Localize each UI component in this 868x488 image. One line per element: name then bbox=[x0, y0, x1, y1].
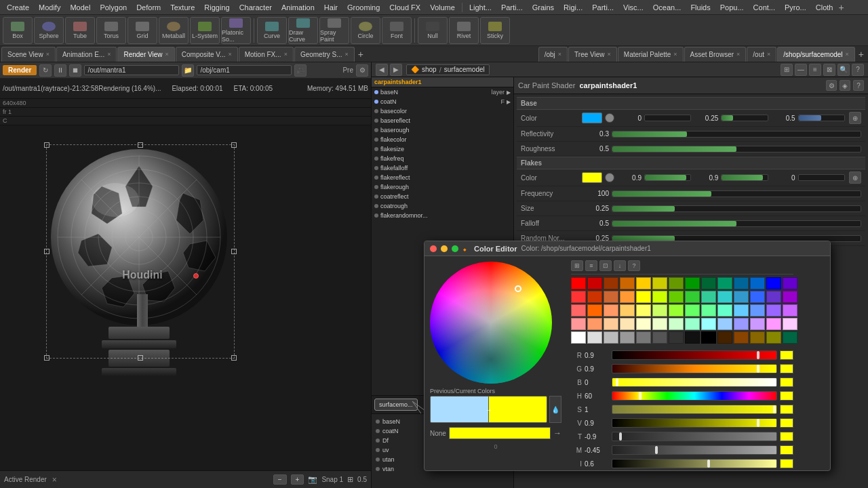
swatch-cell-52[interactable] bbox=[734, 318, 749, 330]
render-icon-stop[interactable]: ⏹ bbox=[69, 64, 81, 77]
base-roughness-slider[interactable] bbox=[612, 146, 861, 152]
swatch-cell-10[interactable] bbox=[734, 277, 749, 289]
swatch-cell-33[interactable] bbox=[652, 304, 667, 317]
swatch-cell-8[interactable] bbox=[701, 277, 716, 289]
swatch-cell-23[interactable] bbox=[717, 291, 732, 303]
base-r-slider[interactable] bbox=[644, 115, 691, 121]
slider-h-track[interactable] bbox=[612, 391, 777, 401]
swatch-cell-25[interactable] bbox=[750, 291, 765, 303]
swatch-cell-46[interactable] bbox=[636, 318, 651, 330]
menu-model[interactable]: Model bbox=[66, 2, 94, 13]
menu-grooming[interactable]: Grooming bbox=[343, 2, 384, 13]
base-color-extra[interactable]: ⊕ bbox=[849, 112, 861, 124]
slider-r-track[interactable] bbox=[612, 350, 777, 360]
right-help[interactable]: ? bbox=[852, 64, 864, 76]
swatch-cell-16[interactable] bbox=[604, 291, 618, 303]
swatch-cell-2[interactable] bbox=[604, 277, 618, 289]
swatch-cell-15[interactable] bbox=[587, 291, 602, 303]
shader-gear-btn[interactable]: ⚙ bbox=[826, 80, 837, 91]
tool-tube[interactable]: Tube bbox=[65, 17, 95, 44]
flake-color-dot[interactable] bbox=[605, 173, 614, 182]
menu-create[interactable]: Create bbox=[3, 2, 33, 13]
tool-lsystem[interactable]: L-System bbox=[190, 17, 220, 44]
shader-bookmark-btn[interactable]: ◈ bbox=[840, 80, 850, 91]
slider-r-end[interactable] bbox=[780, 350, 793, 360]
viewport-close-icon[interactable]: × bbox=[52, 475, 57, 485]
swatch-cell-43[interactable] bbox=[587, 318, 602, 330]
flake-b-slider[interactable] bbox=[798, 174, 845, 181]
swatch-cell-41[interactable] bbox=[783, 304, 797, 317]
swatch-cell-21[interactable] bbox=[685, 291, 700, 303]
surfacemodel-node[interactable]: surfacemo... bbox=[374, 399, 418, 411]
menu-hair[interactable]: Hair bbox=[320, 2, 342, 13]
menu-rigging[interactable]: Rigging bbox=[200, 2, 233, 13]
right-tab-add[interactable]: + bbox=[856, 49, 867, 60]
render-icon-refresh[interactable]: ↻ bbox=[39, 64, 52, 77]
slider-i-end[interactable] bbox=[780, 459, 793, 468]
ce-close-dot[interactable] bbox=[430, 245, 437, 252]
swatch-help-btn[interactable]: ? bbox=[628, 260, 640, 271]
slider-i-track[interactable] bbox=[612, 459, 777, 468]
tool-grid[interactable]: Grid bbox=[127, 17, 157, 44]
swatch-palette-btn[interactable]: ⊡ bbox=[599, 260, 612, 271]
swatch-cell-11[interactable] bbox=[750, 277, 765, 289]
swatch-cell-35[interactable] bbox=[685, 304, 700, 317]
right-tool-2[interactable]: — bbox=[795, 64, 807, 76]
swatch-cell-54[interactable] bbox=[766, 318, 781, 330]
swatch-grid-btn[interactable]: ⊞ bbox=[571, 260, 583, 271]
tab-tree-close[interactable]: × bbox=[608, 51, 611, 58]
swatch-cell-36[interactable] bbox=[701, 304, 716, 317]
render-button[interactable]: Render bbox=[3, 65, 37, 75]
swatch-cell-49[interactable] bbox=[685, 318, 700, 330]
tab-render-view[interactable]: Render View × bbox=[117, 47, 174, 62]
menu-ocean[interactable]: Ocean... bbox=[649, 2, 686, 13]
shader-node-item-flakereflect[interactable]: flakereflect bbox=[372, 173, 513, 182]
swatch-cell-19[interactable] bbox=[652, 291, 667, 303]
tab-asset-close[interactable]: × bbox=[736, 51, 740, 58]
swatch-list-btn[interactable]: ≡ bbox=[585, 260, 597, 271]
tab-geometry-s[interactable]: Geometry S... × bbox=[294, 47, 355, 62]
slider-v-end[interactable] bbox=[780, 418, 793, 428]
slider-s-end[interactable] bbox=[780, 405, 793, 414]
menu-character[interactable]: Character bbox=[235, 2, 276, 13]
swatch-cell-31[interactable] bbox=[620, 304, 635, 317]
tab-motion-close[interactable]: × bbox=[284, 51, 288, 58]
swatch-cell-69[interactable] bbox=[783, 331, 797, 344]
color-wheel[interactable] bbox=[430, 262, 552, 384]
ce-none-arrow[interactable]: → bbox=[553, 428, 561, 438]
slider-m-track[interactable] bbox=[612, 445, 777, 455]
swatch-cell-47[interactable] bbox=[652, 318, 667, 330]
tab-render-close[interactable]: × bbox=[165, 51, 169, 58]
slider-t-track[interactable] bbox=[612, 432, 777, 441]
swatch-cell-57[interactable] bbox=[587, 331, 602, 344]
shader-info-btn[interactable]: ? bbox=[853, 80, 864, 91]
tab-animation-editor[interactable]: Animation E... × bbox=[56, 47, 117, 62]
swatch-cell-65[interactable] bbox=[717, 331, 732, 344]
tab-anim-close[interactable]: × bbox=[107, 51, 111, 58]
shader-node-item-flakefalloff[interactable]: flakefalloff bbox=[372, 163, 513, 173]
menu-modify[interactable]: Modify bbox=[35, 2, 64, 13]
render-settings-icon[interactable]: ⚙ bbox=[356, 64, 368, 77]
flake-size-slider[interactable] bbox=[612, 205, 861, 212]
base-color-dot[interactable] bbox=[605, 113, 614, 123]
swatch-cell-34[interactable] bbox=[669, 304, 684, 317]
right-nav-back[interactable]: ◀ bbox=[376, 64, 388, 76]
swatch-cell-29[interactable] bbox=[587, 304, 602, 317]
flake-color-swatch[interactable] bbox=[582, 172, 602, 183]
slider-b-track[interactable] bbox=[612, 378, 777, 387]
tab-composite-view[interactable]: Composite V... × bbox=[176, 47, 238, 62]
swatch-cell-6[interactable] bbox=[669, 277, 684, 289]
menu-add-button[interactable]: + bbox=[838, 2, 844, 13]
shader-node-item-coatrough[interactable]: coatrough bbox=[372, 201, 513, 211]
ce-maximize-dot[interactable] bbox=[452, 245, 458, 252]
right-search[interactable]: 🔍 bbox=[837, 64, 850, 76]
tab-shop-close[interactable]: × bbox=[846, 51, 849, 58]
shader-node-item-baserough[interactable]: baserough bbox=[372, 125, 513, 135]
tab-asset-browser[interactable]: Asset Browser × bbox=[684, 47, 747, 62]
tool-rivet[interactable]: Rivet bbox=[449, 17, 479, 44]
menu-grains[interactable]: Grains bbox=[528, 2, 558, 13]
base-b-slider[interactable] bbox=[798, 115, 845, 121]
menu-volume[interactable]: Volume bbox=[426, 2, 459, 13]
shader-node-item-coatreflect[interactable]: coatreflect bbox=[372, 192, 513, 201]
ce-none-bar[interactable] bbox=[449, 427, 551, 439]
